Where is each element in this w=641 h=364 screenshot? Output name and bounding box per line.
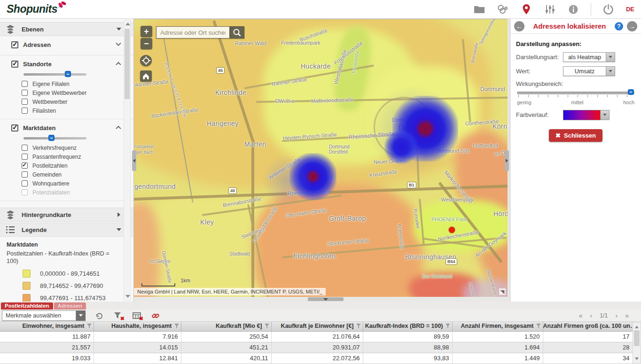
field-select[interactable]: Umsatz bbox=[563, 66, 615, 76]
section-hintergrundkarte[interactable]: Hintergrundkarte bbox=[0, 208, 133, 222]
column-header[interactable]: Kaufkraft [Mio €] bbox=[181, 322, 271, 331]
tab-postleitzahldaten[interactable]: Postleitzahldaten bbox=[1, 302, 53, 310]
page-prev-button[interactable]: ‹ bbox=[590, 312, 592, 319]
column-header[interactable]: Kaufkraft-Index (BRD = 100) bbox=[363, 322, 452, 331]
column-header[interactable]: Kaufkraft je Einwohner [€] bbox=[271, 322, 363, 331]
sublayer-row[interactable]: Eigene Wettbewerber bbox=[22, 88, 133, 97]
search-button[interactable] bbox=[230, 26, 244, 39]
sublayer-checkbox[interactable] bbox=[22, 99, 28, 105]
column-header[interactable]: Haushalte, insgesamt bbox=[94, 322, 181, 331]
sidebar-scrollbar[interactable] bbox=[124, 20, 131, 301]
sublayer-checkbox[interactable] bbox=[22, 81, 28, 87]
dropdown-button[interactable] bbox=[76, 310, 86, 321]
effect-range-slider[interactable] bbox=[517, 90, 634, 96]
layer-checkbox[interactable] bbox=[11, 41, 18, 48]
field-select[interactable]: als Heatmap bbox=[563, 52, 615, 62]
filter-icon[interactable] bbox=[356, 323, 361, 330]
chevron-right-icon[interactable] bbox=[117, 212, 120, 217]
page-next-button[interactable]: › bbox=[616, 312, 618, 319]
layer-group-row[interactable]: Marktdaten bbox=[0, 121, 133, 134]
chevron-down-icon[interactable] bbox=[116, 41, 121, 46]
page-first-button[interactable]: « bbox=[579, 312, 583, 319]
collapse-bottom-handle[interactable] bbox=[308, 297, 344, 301]
sublayer-checkbox[interactable] bbox=[22, 163, 28, 169]
layer-group-row[interactable]: Adressen bbox=[0, 38, 133, 51]
zoom-out-button[interactable]: − bbox=[141, 38, 152, 49]
scroll-up-icon[interactable] bbox=[125, 23, 130, 25]
filter-icon[interactable] bbox=[265, 323, 269, 330]
section-legende[interactable]: Legende bbox=[0, 223, 133, 237]
sublayer-checkbox[interactable] bbox=[22, 145, 28, 151]
sublayer-row[interactable]: Wohnquartiere bbox=[22, 179, 133, 188]
filter-icon[interactable] bbox=[536, 323, 541, 330]
locate-button[interactable] bbox=[140, 55, 152, 66]
sublayer-checkbox[interactable] bbox=[22, 108, 28, 114]
sublayer-row[interactable]: Wettbewerber bbox=[22, 97, 133, 106]
layer-checkbox[interactable] bbox=[11, 61, 18, 68]
column-header[interactable]: Anzahl Firmen, insgesamt bbox=[452, 322, 543, 331]
dropdown-button[interactable] bbox=[606, 66, 615, 76]
info-icon[interactable] bbox=[567, 3, 579, 15]
reset-icon[interactable] bbox=[94, 311, 104, 320]
help-icon[interactable]: ? bbox=[615, 22, 623, 31]
sublayer-checkbox[interactable] bbox=[22, 154, 28, 160]
panel-back-button[interactable]: ← bbox=[514, 21, 524, 31]
sublayer-row[interactable]: Passantenfrequenz bbox=[22, 152, 133, 161]
collapse-right-handle[interactable] bbox=[505, 150, 509, 171]
sublayer-row[interactable]: Potenzialdaten bbox=[22, 188, 133, 197]
table-row[interactable]: 21.55714.015451,2120.931,0788,981.69428 bbox=[0, 342, 633, 353]
column-header[interactable]: Einwohner, insgesamt bbox=[0, 322, 94, 331]
attribution-toggle-icon[interactable]: ◥ bbox=[499, 288, 506, 295]
unlink-icon[interactable] bbox=[150, 311, 161, 320]
sublayer-checkbox[interactable] bbox=[22, 189, 28, 195]
collapse-left-handle[interactable] bbox=[132, 150, 136, 171]
sublayer-checkbox[interactable] bbox=[22, 180, 28, 186]
locate-pin-icon[interactable] bbox=[520, 3, 532, 15]
sublayer-row[interactable]: Filialisten bbox=[22, 106, 133, 115]
sublayer-row[interactable]: Verkehrsfrequenz bbox=[22, 143, 133, 152]
gradient-select[interactable] bbox=[563, 110, 610, 120]
column-header[interactable]: Anzahl Firmen groß (ca. 100 un… bbox=[543, 322, 633, 331]
sublayer-row[interactable]: Postleitzahlen bbox=[22, 161, 133, 170]
slider-thumb[interactable] bbox=[48, 135, 55, 141]
scrollbar-thumb[interactable] bbox=[125, 29, 130, 99]
clear-table-icon[interactable]: ✖ bbox=[132, 311, 142, 320]
panel-forward-button[interactable]: → bbox=[627, 21, 637, 31]
chevron-up-icon[interactable] bbox=[116, 126, 121, 131]
table-row[interactable]: 19.03312.841420,1122.072,5693,831.44934 bbox=[0, 353, 633, 364]
close-button[interactable]: ✖ Schliessen bbox=[549, 129, 602, 142]
table-row[interactable]: 11.8877.916250,5421.076,6489,591.52017 bbox=[0, 331, 633, 342]
table-scrollbar[interactable] bbox=[633, 322, 641, 364]
tab-adressen[interactable]: Adressen bbox=[54, 302, 86, 310]
attribute-select[interactable]: Merkmale auswählen bbox=[2, 310, 86, 321]
chevron-up-icon[interactable] bbox=[116, 62, 121, 67]
sublayer-checkbox[interactable] bbox=[22, 90, 28, 96]
chevron-down-icon[interactable] bbox=[117, 228, 121, 231]
map-canvas[interactable]: Rahmer WaldBuschstraßeFredenbaumparkSpri… bbox=[134, 19, 508, 297]
scroll-down-icon[interactable] bbox=[125, 295, 130, 298]
dropdown-button[interactable] bbox=[606, 52, 615, 62]
dropdown-button[interactable] bbox=[601, 110, 610, 120]
folder-icon[interactable] bbox=[473, 3, 485, 15]
scrollbar-thumb[interactable] bbox=[634, 330, 640, 346]
sublayer-row[interactable]: Eigene Filialen bbox=[22, 79, 133, 88]
scroll-down-icon[interactable] bbox=[635, 357, 639, 360]
address-marker[interactable] bbox=[449, 227, 455, 233]
scroll-up-icon[interactable] bbox=[635, 325, 639, 328]
section-ebenen[interactable]: Ebenen bbox=[0, 22, 133, 36]
sublayer-row[interactable]: Gemeinden bbox=[22, 170, 133, 179]
home-button[interactable] bbox=[140, 70, 152, 82]
filter-icon[interactable] bbox=[174, 323, 179, 330]
layer-checkbox[interactable] bbox=[11, 124, 18, 132]
zoom-in-button[interactable]: + bbox=[141, 26, 152, 37]
slider-thumb[interactable] bbox=[65, 71, 71, 77]
layer-group-row[interactable]: Standorte bbox=[0, 57, 133, 70]
opacity-slider[interactable] bbox=[23, 73, 86, 76]
power-icon[interactable] bbox=[602, 3, 615, 15]
page-last-button[interactable]: » bbox=[625, 312, 629, 319]
chevron-down-icon[interactable] bbox=[117, 28, 121, 31]
language-toggle[interactable]: DE bbox=[626, 6, 634, 13]
search-input[interactable] bbox=[156, 26, 230, 39]
opacity-slider[interactable] bbox=[23, 137, 86, 139]
clear-filter-icon[interactable]: ✖ bbox=[113, 311, 123, 320]
